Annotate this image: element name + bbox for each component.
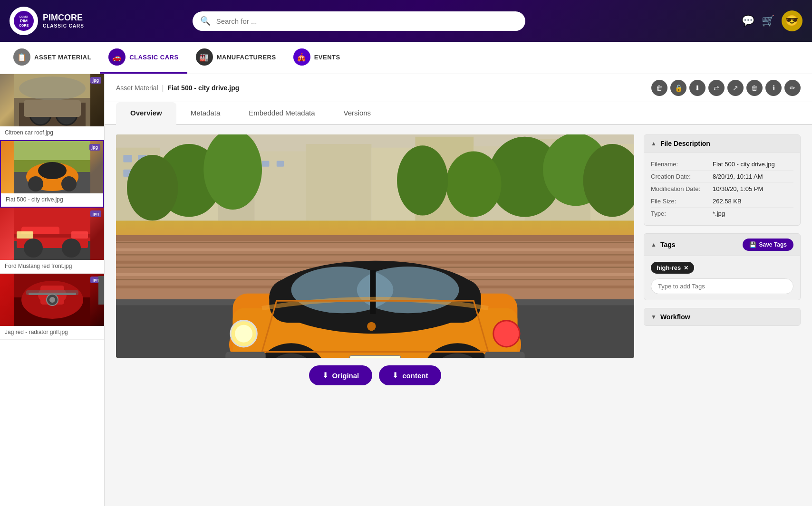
svg-rect-10 [24, 100, 81, 117]
svg-rect-55 [277, 161, 284, 166]
download-button[interactable]: ⬇ [689, 80, 706, 96]
filesize-label: File Size: [651, 198, 713, 205]
workflow-title: Workflow [660, 313, 690, 321]
nav-item-classic-cars[interactable]: 🚗 CLASSIC CARS [100, 42, 187, 74]
workflow-chevron-icon: ▼ [651, 314, 657, 320]
svg-rect-49 [123, 155, 132, 162]
svg-point-63 [397, 145, 448, 215]
content-area: Asset Material | Fiat 500 - city drive.j… [105, 74, 812, 506]
nav-item-manufacturers[interactable]: 🏭 MANUFACTURERS [187, 42, 285, 74]
original-download-button[interactable]: ⬇ Original [309, 365, 373, 385]
creation-value: 8/20/19, 10:11 AM [713, 173, 763, 180]
svg-rect-25 [17, 231, 33, 239]
tab-versions[interactable]: Versions [329, 102, 386, 125]
sidebar-item-jag[interactable]: jpg Jag red - radiator grill.jpg [0, 274, 104, 340]
notification-icon[interactable]: 💬 [742, 15, 754, 27]
svg-point-6 [19, 76, 86, 100]
tab-embedded-metadata[interactable]: Embedded Metadata [234, 102, 329, 125]
type-label: Type: [651, 210, 713, 217]
fiat500-thumbnail [1, 141, 103, 193]
delete-button[interactable]: 🗑 [651, 80, 667, 96]
jag-thumbnail [0, 274, 104, 326]
tags-header-left: ▲ Tags [651, 241, 676, 248]
citroen-thumbnail [0, 74, 104, 126]
download-buttons: ⬇ Original ⬇ content [116, 365, 634, 385]
main-layout: jpg Citroen car roof.jpg jpg Fiat 500 - … [0, 74, 812, 506]
brand-name: PIMCORE [43, 13, 84, 23]
svg-point-24 [62, 239, 81, 258]
file-description-header-left: ▲ File Description [651, 140, 710, 147]
workflow-section: ▼ Workflow [644, 308, 801, 326]
tag-remove-high-res[interactable]: ✕ [684, 265, 688, 271]
search-input[interactable] [193, 11, 525, 31]
main-image [116, 134, 634, 358]
modification-label: Modification Date: [651, 185, 713, 192]
edit-button[interactable]: ✏ [784, 80, 801, 96]
file-info-modification: Modification Date: 10/30/20, 1:05 PM [651, 183, 793, 195]
svg-point-23 [24, 239, 43, 258]
content-button-label: content [402, 372, 428, 380]
tab-overview[interactable]: Overview [116, 102, 176, 125]
right-panel: ▲ File Description Filename: Fiat 500 - … [644, 134, 801, 326]
sidebar-label-jag: Jag red - radiator grill.jpg [0, 326, 104, 339]
sidebar-label-citroen: Citroen car roof.jpg [0, 126, 104, 140]
svg-text:DEMO: DEMO [19, 15, 28, 18]
breadcrumb-bar: Asset Material | Fiat 500 - city drive.j… [105, 74, 812, 102]
manufacturers-icon: 🏭 [196, 48, 213, 66]
jpg-badge-fiat500: jpg [89, 144, 101, 151]
search-icon: 🔍 [200, 16, 211, 26]
nav-label-asset-material: ASSET MATERIAL [34, 54, 91, 61]
avatar[interactable]: 😎 [782, 10, 802, 31]
file-description-title: File Description [660, 140, 710, 147]
breadcrumb-current: Fiat 500 - city drive.jpg [167, 84, 239, 92]
header-right: 💬 🛒 😎 [742, 10, 802, 31]
file-info-size: File Size: 262.58 KB [651, 195, 793, 208]
breadcrumb: Asset Material | Fiat 500 - city drive.j… [116, 84, 239, 92]
svg-point-62 [446, 151, 502, 217]
asset-material-icon: 📋 [13, 48, 30, 66]
tags-section: ▲ Tags 💾 Save Tags high-res ✕ [644, 233, 801, 300]
nav-bar: 📋 ASSET MATERIAL 🚗 CLASSIC CARS 🏭 MANUFA… [0, 42, 812, 74]
share-button[interactable]: ↗ [727, 80, 744, 96]
tab-metadata[interactable]: Metadata [176, 102, 235, 125]
svg-point-58 [127, 155, 178, 220]
sidebar-collapse-button[interactable]: ‹ [98, 276, 105, 305]
header: DEMO PIM CORE PIMCORE CLASSIC CARS 🔍 💬 🛒… [0, 0, 812, 42]
tag-input[interactable] [651, 278, 793, 294]
svg-rect-84 [370, 270, 376, 314]
sidebar-item-fiat500[interactable]: jpg Fiat 500 - city drive.jpg [0, 140, 104, 208]
file-description-section: ▲ File Description Filename: Fiat 500 - … [644, 134, 801, 226]
save-tags-button[interactable]: 💾 Save Tags [743, 239, 793, 251]
image-section: ⬇ Original ⬇ content [116, 134, 634, 385]
svg-point-86 [235, 325, 252, 343]
filesize-value: 262.58 KB [713, 198, 742, 205]
svg-point-35 [49, 297, 55, 303]
trash-button[interactable]: 🗑 [746, 80, 763, 96]
chevron-up-icon: ▲ [651, 140, 657, 147]
sidebar-item-citroen[interactable]: jpg Citroen car roof.jpg [0, 74, 104, 140]
toolbar-icons: 🗑 🔒 ⬇ ⇄ ↗ 🗑 ℹ ✏ [651, 80, 801, 96]
search-bar: 🔍 [193, 11, 525, 31]
svg-rect-100 [225, 352, 265, 358]
sidebar-item-mustang[interactable]: jpg Ford Mustang red front.jpg [0, 208, 104, 274]
cart-icon[interactable]: 🛒 [762, 15, 774, 27]
file-info-filename: Filename: Fiat 500 - city drive.jpg [651, 158, 793, 171]
transfer-button[interactable]: ⇄ [708, 80, 725, 96]
nav-item-events[interactable]: 🎪 EVENTS [285, 42, 349, 74]
breadcrumb-parent[interactable]: Asset Material [116, 84, 158, 92]
info-button[interactable]: ℹ [765, 80, 782, 96]
tags-header: ▲ Tags 💾 Save Tags [644, 234, 800, 256]
svg-rect-65 [116, 235, 634, 241]
jpg-badge-mustang: jpg [90, 210, 102, 217]
original-button-label: Original [332, 372, 359, 380]
creation-label: Creation Date: [651, 173, 713, 180]
nav-label-classic-cars: CLASSIC CARS [129, 54, 179, 61]
modification-value: 10/30/20, 1:05 PM [713, 185, 763, 192]
content-download-button[interactable]: ⬇ content [379, 365, 441, 385]
logo-circle: DEMO PIM CORE [10, 7, 38, 35]
lock-button[interactable]: 🔒 [670, 80, 686, 96]
nav-item-asset-material[interactable]: 📋 ASSET MATERIAL [5, 42, 100, 74]
tag-chip-high-res: high-res ✕ [651, 262, 694, 274]
svg-point-87 [493, 321, 520, 347]
sidebar-label-fiat500: Fiat 500 - city drive.jpg [1, 193, 103, 207]
